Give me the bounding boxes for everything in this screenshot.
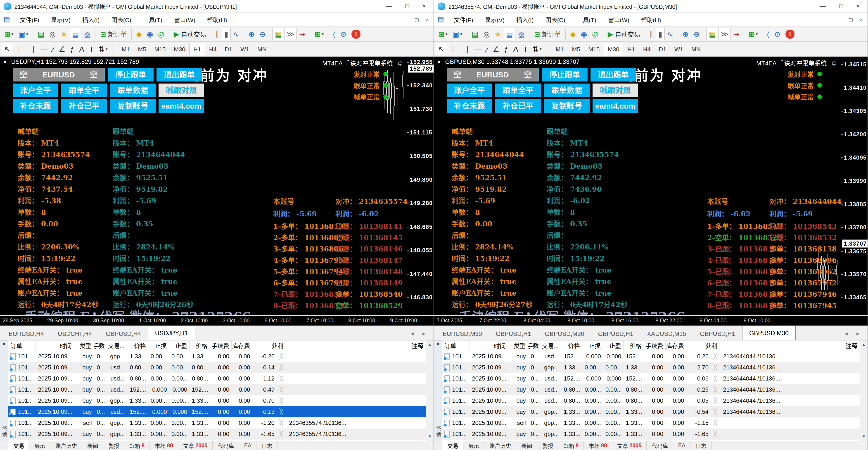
timeframe-button[interactable]: M5 [134,43,150,55]
toolbar-button[interactable]: ( [331,28,338,40]
close-order-icon[interactable]: ╳ [711,386,720,393]
chart-tab[interactable]: XAUUSD,M15 [640,328,693,340]
short-button-right[interactable]: 空 [83,68,104,81]
terminal-tab[interactable]: 文章 2005 [612,441,647,450]
menu-item[interactable]: 插入(I) [510,16,539,24]
drawing-tool-button[interactable]: ＋ [447,43,459,55]
timeframe-button[interactable]: M15 [584,43,604,55]
drawing-tool-button[interactable]: ∠ [490,43,502,55]
toolbar-button[interactable]: ◉ [578,28,590,40]
close-order-icon[interactable]: ╳ [711,364,720,371]
minimize-button[interactable]: — [386,3,392,10]
toolbar-button[interactable]: ◆ [568,28,578,40]
toolbar-button[interactable]: ★ [492,28,504,40]
chart-tab[interactable]: GBPUSD,H1 [693,328,742,340]
order-row[interactable]: 101... 2025.10.09... buy 0... gbp... 1.3… [8,351,426,362]
toolbar-button[interactable]: ⊞ 新订单 [531,28,563,40]
toolbar-button[interactable]: ▶ 自动交易 [605,28,643,40]
toolbar-button[interactable]: ∥ [213,28,222,40]
panel-button[interactable]: 跟单数据 [110,84,156,97]
mdi-restore-button[interactable]: ▢ [848,17,853,22]
maximize-button[interactable]: □ [405,3,409,10]
scroll-up-icon[interactable]: ▲ [862,342,866,347]
timeframe-button[interactable]: D1 [655,43,670,55]
close-order-icon[interactable]: ╳ [277,353,286,360]
symbol-header[interactable]: ▼ USDJPY,H1 152.793 152.829 152.721 152.… [3,58,139,65]
toolbar-button[interactable]: ⊙ [772,28,783,40]
tab-scroll-arrows[interactable]: ◂ ▸ [845,330,868,340]
order-row[interactable]: 101... 2025.10.09... buy 0... gbp... 1.3… [442,428,860,440]
order-row[interactable]: 101... 2025.10.09... buy 0... gbp... 1.3… [442,362,860,373]
toolbar-button[interactable]: ▤ [35,28,47,40]
order-row[interactable]: 101... 2025.10.09... sell 0... gbp... 1.… [8,417,426,428]
timeframe-button[interactable]: W1 [236,43,253,55]
orders-table-header[interactable]: 订单 时间 类型 手数 交易... 价格 止损 止盈 价格 手续费 库存费 获利 [8,340,426,351]
timeframe-button[interactable]: H4 [639,43,655,55]
exit-follow-button[interactable]: 退出跟单 [156,68,202,82]
short-button-left[interactable]: 空 [13,68,34,81]
col-commission[interactable]: 手续费 [210,340,231,350]
scroll-down-icon[interactable]: ▼ [428,434,432,439]
col-type[interactable]: 类型 [74,340,94,350]
chart-tab[interactable]: GBPUSD,H1 [489,328,538,340]
close-order-icon[interactable]: ╳ [711,397,720,404]
toolbar-button[interactable]: ↦ [731,28,742,40]
col-stoploss[interactable]: 止损 [582,340,603,350]
panel-button[interactable]: 跟单全平 [495,84,541,97]
panel-button[interactable]: 账户全平 [447,84,492,97]
terminal-tab[interactable]: 邮箱 8 [124,441,150,450]
order-row[interactable]: 101... 2025.10.09... buy 0... gbp... 1.3… [442,406,860,417]
panel-button[interactable]: 补仓未跟 [447,99,492,113]
toolbar-button[interactable]: ★ [58,28,70,40]
orders-table-header[interactable]: 订单 时间 类型 手数 交易... 价格 止损 止盈 价格 手续费 库存费 获利 [442,340,860,351]
toolbar-button[interactable]: 1 [783,28,797,40]
toolbar-button[interactable] [131,29,132,39]
close-button[interactable]: × [423,3,426,10]
close-order-icon[interactable]: ╳ [277,430,286,438]
panel-button[interactable]: 跟单数据 [544,84,590,97]
chart-tab[interactable]: GBPUSD,H1 [591,328,640,340]
close-order-icon[interactable]: ╳ [711,375,720,382]
terminal-tab[interactable]: 新闻 [516,441,537,450]
timeframe-button[interactable]: M15 [150,43,170,55]
toolbar-button[interactable]: ⊞ ▾ [436,28,450,40]
chart-tab[interactable]: GBPUSD,H4 [99,328,148,340]
timeframe-button[interactable]: H1 [189,43,205,55]
col-stoploss[interactable]: 止损 [148,340,169,350]
col-comment[interactable]: 注释 [286,340,426,350]
col-type[interactable]: 类型 [508,340,528,350]
timeframe-button[interactable]: MN [687,43,705,55]
timeframe-button[interactable]: W1 [670,43,687,55]
order-row[interactable]: 101... 2025.10.09... sell 0... gbp... 1.… [442,417,860,428]
drawing-tool-button[interactable]: T [521,43,530,55]
panel-button[interactable]: 复制账号 [544,99,590,113]
col-symbol[interactable]: 交易... [107,340,127,350]
symbol-button[interactable]: EURUSD [34,68,83,81]
menu-item[interactable]: 文件(F) [448,16,479,24]
stop-follow-button[interactable]: 停止跟单 [542,68,588,82]
drawing-tool-button[interactable]: ∣ [463,43,472,55]
order-row[interactable]: 101... 2025.10.09... buy 0... usd... 152… [442,351,860,362]
close-order-icon[interactable]: ╳ [277,397,286,404]
col-swap[interactable]: 库存费 [665,340,686,350]
chart-tab[interactable]: USDJPY,H1 [148,326,195,340]
table-scrollbar[interactable]: ▲ ▼ [860,340,868,441]
menu-item[interactable]: 窗口(W) [168,16,201,24]
chart-tab[interactable]: EURUSD,M30 [436,328,489,340]
toolbar-button[interactable]: ◎ [47,28,58,40]
timeframe-button[interactable]: H1 [623,43,639,55]
maximize-button[interactable]: □ [839,3,843,10]
col-current-price[interactable]: 价格 [623,340,644,350]
drawing-tool-button[interactable]: ＋ [13,43,25,55]
drawing-tool-button[interactable] [112,43,113,53]
chart-tab[interactable]: GBPUSD,M30 [742,326,796,340]
tab-scroll-arrows[interactable]: ◂ ▸ [411,330,434,340]
toolbar-button[interactable]: 1 [349,28,363,40]
order-row[interactable]: 101... 2025.10.09... buy 0... gbp... 1.3… [8,428,426,440]
close-order-icon[interactable]: ╳ [711,353,720,360]
terminal-close-icon[interactable]: × [436,341,439,347]
col-order[interactable]: 订单 [8,340,36,350]
toolbar-button[interactable]: ▦ [272,28,284,40]
timeframe-button[interactable]: MN [253,43,271,55]
toolbar-button[interactable]: ≫ [284,28,297,40]
